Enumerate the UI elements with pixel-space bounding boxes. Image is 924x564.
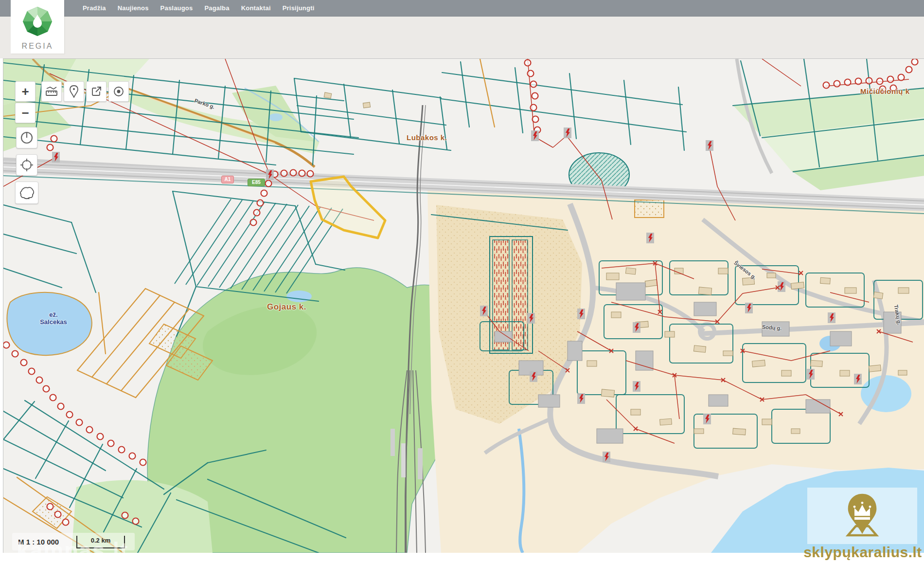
ruler-icon xyxy=(45,86,58,97)
crown-pin-icon xyxy=(839,492,886,539)
village-label-gojaus: Gojaus k. xyxy=(267,302,306,312)
map-pin-icon xyxy=(69,85,79,98)
top-navigation-bar: Pradžia Naujienos Paslaugos Pagalba Kont… xyxy=(0,0,924,17)
regia-logo-tab[interactable]: REGIA xyxy=(11,0,64,54)
center-map-button[interactable] xyxy=(16,154,37,176)
menu-item-pradzia[interactable]: Pradžia xyxy=(77,4,112,12)
measure-tool-button[interactable] xyxy=(41,81,62,102)
menu-item-prisijungti[interactable]: Prisijungti xyxy=(277,4,320,12)
map-canvas[interactable] xyxy=(3,59,924,553)
menu-item-kontaktai[interactable]: Kontaktai xyxy=(235,4,277,12)
footer-strip xyxy=(0,553,924,564)
lithuania-outline-icon xyxy=(18,185,35,200)
menu-item-pagalba[interactable]: Pagalba xyxy=(198,4,235,12)
menu-item-paslaugos[interactable]: Paslaugos xyxy=(155,4,199,12)
regia-gem-icon xyxy=(22,6,53,39)
plus-icon: + xyxy=(21,85,29,98)
clock-icon xyxy=(20,131,34,145)
brand-text: REGIA xyxy=(11,42,64,51)
export-icon xyxy=(90,86,102,97)
lake-label: ež. Salcekas xyxy=(32,311,75,326)
menu-item-naujienos[interactable]: Naujienos xyxy=(112,4,155,12)
village-label-lubakos: Lubakos k. xyxy=(407,133,447,142)
minus-icon: − xyxy=(21,107,29,119)
lake-label-line2: Salcekas xyxy=(32,318,75,326)
zoom-in-button[interactable]: + xyxy=(15,81,36,102)
watermark-bottom-left: kampas.lt xyxy=(17,537,128,564)
full-extent-button[interactable] xyxy=(15,182,38,204)
village-label-miciucioniu: Mičiūčionių k xyxy=(860,87,910,95)
map-viewport[interactable]: + − xyxy=(3,58,924,553)
zoom-out-button[interactable]: − xyxy=(15,103,36,123)
export-button[interactable] xyxy=(86,81,107,102)
road-badge-e85: E85 xyxy=(248,179,265,186)
lake-label-line1: ež. xyxy=(32,311,75,318)
crosshair-icon xyxy=(20,158,34,172)
watermark-bottom-right: sklypųkaralius.lt xyxy=(803,544,922,561)
road-badge-a1: A1 xyxy=(221,176,234,183)
watermark-logo-box xyxy=(807,488,917,544)
history-button[interactable] xyxy=(16,127,37,148)
header-zone: Pradžia Naujienos Paslaugos Pagalba Kont… xyxy=(0,0,924,58)
marker-tool-button[interactable] xyxy=(64,81,84,102)
circle-dot-icon xyxy=(113,86,124,97)
locate-button[interactable] xyxy=(108,81,129,102)
main-menu: Pradžia Naujienos Paslaugos Pagalba Kont… xyxy=(77,0,320,16)
